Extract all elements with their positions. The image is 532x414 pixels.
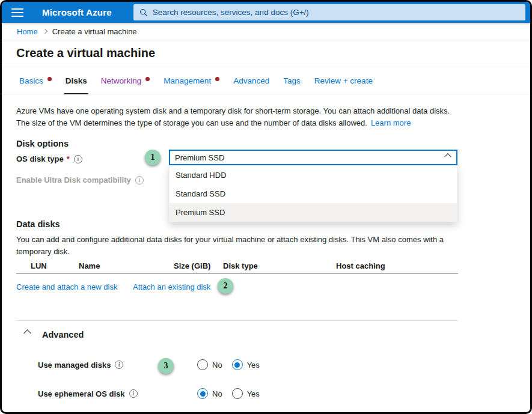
managed-disks-radio-group: No Yes [197,359,269,370]
advanced-section-toggle[interactable]: Advanced [16,328,530,341]
option-standard-hdd[interactable]: Standard HDD [170,166,457,184]
os-disk-type-dropdown[interactable]: Premium SSD [169,150,457,165]
ephemeral-yes-radio[interactable] [232,388,243,399]
ephemeral-radio-group: No Yes [197,388,269,399]
learn-more-link[interactable]: Learn more [371,118,411,127]
tab-basics[interactable]: Basics [18,67,53,94]
attach-existing-disk-link[interactable]: Attach an existing disk [133,282,210,291]
data-disks-table-header: LUN Name Size (GiB) Disk type Host cachi… [16,261,458,274]
search-icon [139,8,148,17]
chevron-up-icon [23,329,31,337]
tab-management[interactable]: Management [162,67,221,94]
column-disk-type: Disk type [223,261,258,270]
tab-disks[interactable]: Disks [64,67,88,94]
brand-title: Microsoft Azure [42,7,112,17]
breadcrumb-current: Create a virtual machine [52,27,137,36]
annotation-badge-3: 3 [158,358,174,374]
chevron-up-icon [444,153,451,160]
dropdown-value: Premium SSD [175,153,224,162]
info-icon[interactable]: i [135,176,144,184]
data-disk-actions: Create and attach a new disk Attach an e… [16,282,530,294]
ephemeral-os-disk-label: Use ephemeral OS disk i [38,389,138,398]
managed-disks-label: Use managed disks i [38,361,123,370]
info-icon[interactable]: i [115,361,123,369]
info-icon[interactable]: i [74,155,82,163]
managed-yes-radio[interactable] [232,359,243,370]
os-disk-type-options: Standard HDD Standard SSD Premium SSD [169,165,457,222]
breadcrumb-home-link[interactable]: Home [17,27,38,36]
annotation-badge-1: 1 [145,150,161,165]
breadcrumb: Home Create a virtual machine [2,23,530,40]
page-title: Create a virtual machine [16,46,516,60]
wizard-tabs: Basics Disks Networking Management Advan… [2,67,530,94]
create-attach-new-disk-link[interactable]: Create and attach a new disk [16,282,117,291]
os-disk-type-row: OS disk type * i 1 Premium SSD Standard … [16,151,530,168]
ephemeral-no-radio[interactable] [197,388,208,399]
radio-yes-label: Yes [247,389,260,398]
radio-yes-label: Yes [247,361,260,370]
column-name: Name [79,261,100,270]
managed-disks-row: Use managed disks i 3 No Yes [16,356,530,373]
unsaved-changes-dot [47,77,52,81]
annotation-badge-2: 2 [218,278,233,294]
required-asterisk: * [67,151,70,168]
ephemeral-os-disk-row: Use ephemeral OS disk i No Yes [16,385,530,402]
managed-no-radio[interactable] [197,359,208,370]
data-disks-description: You can add and configure additional dat… [16,234,524,258]
option-premium-ssd[interactable]: Premium SSD [170,203,457,222]
title-row: Create a virtual machine [2,40,530,67]
tab-review-create[interactable]: Review + create [313,67,374,94]
disks-tab-content: Azure VMs have one operating system disk… [2,105,530,402]
info-icon[interactable]: i [129,389,138,398]
azure-topbar: Microsoft Azure [2,2,530,23]
search-input[interactable] [153,8,519,17]
tab-advanced[interactable]: Advanced [232,67,271,94]
app-window: Microsoft Azure Home Create a virtual ma… [0,0,532,414]
column-size: Size (GiB) [174,261,210,270]
unsaved-changes-dot [145,77,150,81]
os-disk-type-label: OS disk type * i [16,151,82,168]
radio-no-label: No [212,389,222,398]
intro-paragraph: Azure VMs have one operating system disk… [16,105,524,129]
column-host-caching: Host caching [336,261,385,270]
ultra-disk-label: Enable Ultra Disk compatibility i [16,175,144,186]
unsaved-changes-dot [215,77,219,81]
radio-no-label: No [212,361,222,370]
advanced-heading: Advanced [42,330,84,339]
chevron-right-icon [42,29,47,34]
section-divider [16,320,458,321]
global-search[interactable] [133,4,525,20]
tab-networking[interactable]: Networking [100,67,151,94]
column-lun: LUN [31,261,47,270]
tab-tags[interactable]: Tags [282,67,302,94]
disk-options-heading: Disk options [16,139,530,148]
menu-icon[interactable] [11,8,23,17]
option-standard-ssd[interactable]: Standard SSD [170,184,457,203]
